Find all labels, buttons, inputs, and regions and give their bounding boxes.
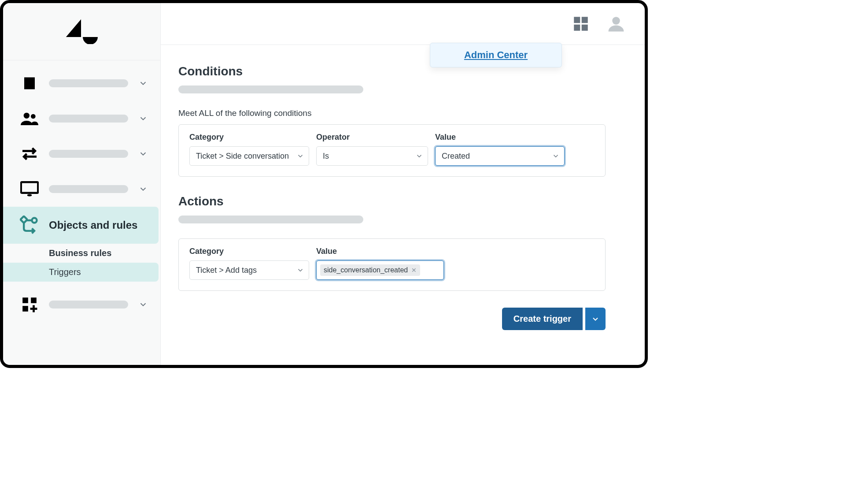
svg-point-4 [24,113,30,119]
chevron-down-icon [138,78,148,88]
chevron-down-icon [138,114,148,123]
people-icon [20,109,39,128]
svg-point-11 [32,218,37,223]
nav-item-account[interactable] [3,66,160,101]
select-value: Ticket > Add tags [196,266,257,275]
nav-label-placeholder [49,115,128,123]
select-value: Is [323,152,329,161]
meet-all-label: Meet ALL of the following conditions [178,108,627,118]
tag-chip: side_conversation_created ✕ [320,264,420,276]
monitor-icon [20,179,39,199]
actions-heading: Actions [178,194,627,208]
svg-rect-12 [22,297,28,303]
sub-nav: Business rules Triggers [3,244,160,282]
svg-point-19 [612,17,620,25]
col-header-operator: Operator [316,133,428,142]
svg-rect-15 [574,17,580,23]
nav-label-placeholder [49,185,128,193]
main: Admin Center Conditions Meet ALL of the … [161,3,645,365]
arrows-icon [20,144,39,164]
create-trigger-dropdown[interactable] [585,308,606,330]
zendesk-logo-icon [66,19,98,44]
chevron-down-icon [552,152,560,160]
svg-point-9 [27,194,32,197]
nav-label-placeholder [49,79,128,87]
nav-label-placeholder [49,301,128,308]
sub-nav-triggers[interactable]: Triggers [3,263,159,282]
condition-value-select[interactable]: Created [435,146,565,166]
nav-item-workspaces[interactable] [3,171,160,207]
content-area: Conditions Meet ALL of the following con… [161,45,645,343]
condition-category-select[interactable]: Ticket > Side conversation [189,146,309,166]
conditions-description-placeholder [178,85,363,93]
chevron-down-icon [138,149,148,159]
chevron-down-icon [296,266,304,274]
nav-item-channels[interactable] [3,136,160,171]
logo-area [3,3,160,60]
chevron-down-icon [296,152,304,160]
col-header-category: Category [189,133,309,142]
conditions-row: Category Ticket > Side conversation Oper… [178,124,606,177]
select-value: Created [442,152,470,161]
svg-rect-18 [582,25,588,31]
nav-item-objects-rules[interactable]: Objects and rules [3,207,159,244]
nav-label: Objects and rules [49,219,137,231]
create-trigger-button[interactable]: Create trigger [502,308,583,330]
svg-rect-16 [582,17,588,23]
nav-item-people[interactable] [3,101,160,136]
nav-label-placeholder [49,150,128,158]
actions-description-placeholder [178,216,363,223]
user-avatar-icon[interactable] [607,15,625,33]
svg-marker-2 [83,20,98,37]
col-header-category: Category [189,247,309,256]
admin-center-link[interactable]: Admin Center [464,49,528,60]
action-tags-input[interactable]: side_conversation_created ✕ [316,260,444,280]
actions-row: Category Ticket > Add tags Value side_co… [178,238,606,291]
remove-tag-icon[interactable]: ✕ [411,267,417,274]
chevron-down-icon [415,152,423,160]
col-header-value: Value [316,247,446,256]
chevron-down-icon [138,300,148,309]
svg-rect-8 [21,182,38,193]
admin-center-callout: Admin Center [430,43,562,67]
footer-row: Create trigger [178,308,606,330]
nav-item-apps[interactable] [3,287,160,322]
sidebar: Objects and rules Business rules Trigger… [3,3,161,365]
products-grid-icon[interactable] [572,15,590,33]
select-value: Ticket > Side conversation [196,152,289,161]
col-header-value: Value [435,133,565,142]
chevron-down-icon [138,184,148,194]
topbar [161,3,645,45]
nav-list-lower [3,282,160,322]
condition-operator-select[interactable]: Is [316,146,428,166]
action-category-select[interactable]: Ticket > Add tags [189,260,309,280]
workflow-icon [20,216,39,235]
chevron-down-icon [591,315,600,323]
svg-rect-13 [31,297,37,303]
svg-rect-14 [22,306,28,312]
building-icon [20,74,39,93]
tag-text: side_conversation_created [324,266,408,274]
nav-list: Objects and rules [3,60,160,244]
svg-rect-17 [574,25,580,31]
apps-plus-icon [20,295,39,314]
svg-point-5 [31,114,36,119]
sub-nav-business-rules[interactable]: Business rules [3,244,160,263]
svg-rect-10 [20,216,27,223]
